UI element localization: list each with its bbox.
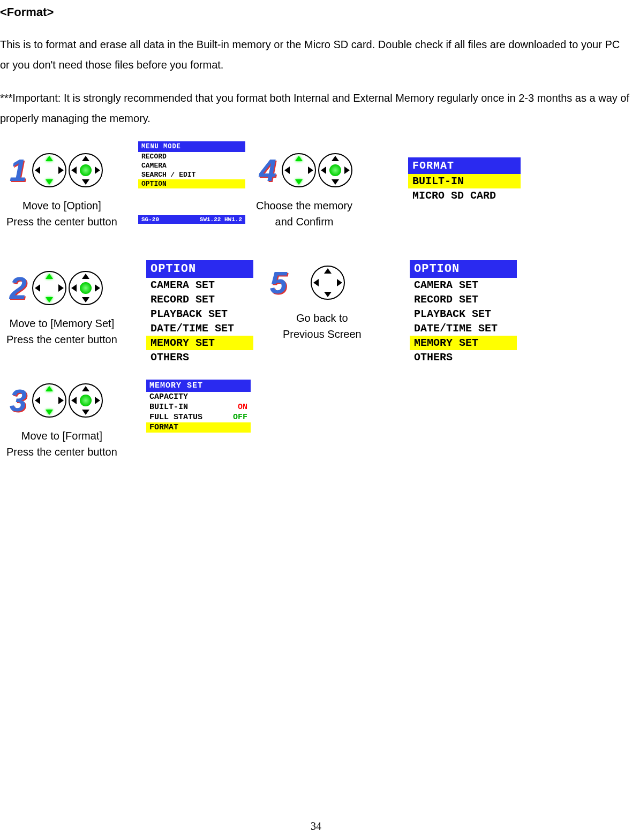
step-number-5: 5 — [267, 264, 290, 300]
format-row-selected: BUILT-IN — [408, 174, 521, 188]
step-4-caption: Choose the memory and Confirm — [256, 198, 352, 230]
dpad-updown-icon — [32, 383, 66, 418]
screen-memory-set: MEMORY SET CAPACITY BUILT-INON FULL STAT… — [146, 380, 251, 433]
dpad-updown-plain-icon — [311, 266, 345, 300]
dpad-center-icon — [69, 271, 103, 305]
dpad-center-icon — [69, 383, 103, 418]
step-5: 5 Go back to Previous Screen — [267, 264, 362, 342]
option-row: PLAYBACK SET — [146, 307, 253, 321]
step-3: 3 Move to [Format] Press the center butt… — [6, 382, 117, 460]
step-2: 2 Move to [Memory Set] Press the center … — [6, 270, 117, 347]
page-number: 34 — [311, 820, 321, 833]
step-5-line2: Previous Screen — [283, 326, 362, 342]
step-number-1: 1 — [6, 152, 30, 188]
step-3-line1: Move to [Format] — [6, 428, 117, 444]
dpad-updown-icon — [32, 153, 66, 187]
option-row: RECORD SET — [146, 292, 253, 307]
option-row: CAMERA SET — [410, 278, 517, 292]
option-row: OTHERS — [410, 350, 517, 365]
option-row: DATE/TIME SET — [146, 321, 253, 336]
step-2-caption: Move to [Memory Set] Press the center bu… — [6, 315, 117, 347]
step-number-4: 4 — [256, 152, 280, 188]
screen-option-title: OPTION — [410, 260, 517, 278]
status-right: SW1.22 HW1.2 — [200, 216, 242, 223]
step-5-caption: Go back to Previous Screen — [283, 310, 362, 342]
option-row: RECORD SET — [410, 292, 517, 307]
screen-option-right: OPTION CAMERA SET RECORD SET PLAYBACK SE… — [410, 260, 517, 365]
step-4-line2: and Confirm — [256, 214, 352, 230]
step-number-3: 3 — [6, 382, 30, 418]
step-1-line1: Move to [Option] — [6, 198, 117, 214]
step-2-line1: Move to [Memory Set] — [6, 315, 117, 331]
option-row-selected: MEMORY SET — [410, 336, 517, 350]
section-heading: <Format> — [0, 5, 632, 19]
step-3-caption: Move to [Format] Press the center button — [6, 428, 117, 460]
step-3-line2: Press the center button — [6, 444, 117, 460]
step-4-line1: Choose the memory — [256, 198, 352, 214]
step-5-line1: Go back to — [283, 310, 362, 326]
screen-menu-mode: MENU MODE RECORD CAMERA SEARCH / EDIT OP… — [138, 141, 245, 224]
status-left: SG-20 — [141, 216, 159, 223]
menu-row: CAMERA — [138, 161, 245, 170]
option-row-selected: MEMORY SET — [146, 336, 253, 350]
paragraph-important: ***Important: It is strongly recommended… — [0, 88, 632, 128]
memset-row: BUILT-INON — [146, 402, 251, 412]
option-row: CAMERA SET — [146, 278, 253, 292]
step-1-line2: Press the center button — [6, 214, 117, 230]
dpad-updown-icon — [282, 153, 316, 187]
dpad-center-icon — [318, 153, 352, 187]
paragraph-intro: This is to format and erase all data in … — [0, 34, 632, 75]
option-row: DATE/TIME SET — [410, 321, 517, 336]
menu-row: RECORD — [138, 152, 245, 161]
memset-row: CAPACITY — [146, 392, 251, 402]
option-row: OTHERS — [146, 350, 253, 365]
dpad-updown-icon — [32, 271, 66, 305]
dpad-center-icon — [69, 153, 103, 187]
steps-container: 1 Move to [Option] Press the center butt… — [0, 141, 632, 623]
screen-menu-title: MENU MODE — [138, 141, 245, 152]
step-number-2: 2 — [6, 270, 30, 306]
option-row: PLAYBACK SET — [410, 307, 517, 321]
step-1: 1 Move to [Option] Press the center butt… — [6, 152, 117, 230]
step-2-line2: Press the center button — [6, 331, 117, 347]
screen-memset-title: MEMORY SET — [146, 380, 251, 392]
format-row: MICRO SD CARD — [408, 188, 521, 203]
screen-format-title: FORMAT — [408, 157, 521, 174]
menu-row-selected: OPTION — [138, 179, 245, 188]
step-4: 4 Choose the memory and Confirm — [256, 152, 352, 230]
screen-option-title: OPTION — [146, 260, 253, 278]
menu-row: SEARCH / EDIT — [138, 170, 245, 179]
memset-row-selected: FORMAT — [146, 422, 251, 433]
step-1-caption: Move to [Option] Press the center button — [6, 198, 117, 230]
screen-statusbar: SG-20 SW1.22 HW1.2 — [138, 215, 245, 224]
screen-option-left: OPTION CAMERA SET RECORD SET PLAYBACK SE… — [146, 260, 253, 365]
memset-row: FULL STATUSOFF — [146, 412, 251, 422]
screen-format: FORMAT BUILT-IN MICRO SD CARD — [408, 157, 521, 203]
